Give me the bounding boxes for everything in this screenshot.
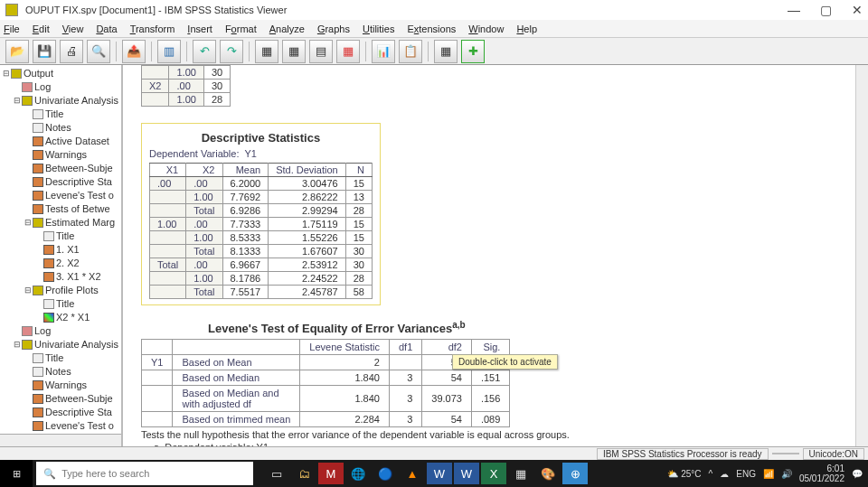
word-icon[interactable]: W xyxy=(427,463,452,484)
expander-icon[interactable]: ⊟ xyxy=(24,216,33,229)
maximize-button[interactable]: ▢ xyxy=(820,3,832,17)
tree-x2[interactable]: 2. X2 xyxy=(56,257,80,270)
menu-data[interactable]: Data xyxy=(96,23,117,34)
taskbar-search[interactable]: 🔍 Type here to search xyxy=(36,462,253,485)
goto-case-icon[interactable]: ▦ xyxy=(282,40,306,63)
open-icon[interactable]: 📂 xyxy=(5,40,29,63)
explorer-icon[interactable]: 🗂 xyxy=(291,463,316,484)
app-icon-2[interactable]: ▲ xyxy=(400,463,425,484)
store-icon[interactable]: ▦ xyxy=(508,463,533,484)
minimize-button[interactable]: — xyxy=(788,3,800,17)
chrome-icon[interactable]: 🌐 xyxy=(345,463,371,484)
tree-dataset[interactable]: Active Dataset xyxy=(45,135,109,148)
menu-graphs[interactable]: Graphs xyxy=(317,23,350,34)
undo-icon[interactable]: ↶ xyxy=(193,40,216,63)
menu-transform[interactable]: Transform xyxy=(130,23,175,34)
menu-analyze[interactable]: Analyze xyxy=(269,23,305,34)
wifi-icon[interactable]: 📶 xyxy=(763,469,774,479)
weather-widget[interactable]: ⛅ 25°C xyxy=(667,469,701,479)
select-cases-icon[interactable]: ▦ xyxy=(336,40,360,63)
expander-icon[interactable]: ⊟ xyxy=(13,338,22,351)
close-button[interactable]: ✕ xyxy=(852,3,863,17)
tree-univariate[interactable]: Univariate Analysis xyxy=(34,94,118,108)
menu-extensions[interactable]: Extensions xyxy=(407,23,456,34)
notes-icon xyxy=(33,367,43,377)
clipboard-icon[interactable]: 📋 xyxy=(399,40,422,63)
toolbar: 📂 💾 🖨 🔍 📤 ▥ ↶ ↷ ▦ ▦ ▤ ▦ 📊 📋 ▦ ✚ xyxy=(0,38,868,65)
save-icon[interactable]: 💾 xyxy=(33,40,56,63)
tree-notes2[interactable]: Notes xyxy=(45,365,71,379)
notifications-icon[interactable]: 💬 xyxy=(852,469,863,479)
content-pane[interactable]: 1.0030 X2.0030 1.0028 Descriptive Statis… xyxy=(123,65,868,446)
menu-help[interactable]: Help xyxy=(516,23,537,34)
menu-file[interactable]: File xyxy=(4,23,20,34)
tree-levene2[interactable]: Levene's Test o xyxy=(45,419,114,433)
expander-icon[interactable]: ⊟ xyxy=(2,67,11,80)
onedrive-icon[interactable]: ☁ xyxy=(720,469,729,479)
task-view-icon[interactable]: ▭ xyxy=(264,463,289,484)
tree-estmarg[interactable]: Estimated Marg xyxy=(45,216,115,229)
between-subjects-table[interactable]: 1.0030 X2.0030 1.0028 xyxy=(141,65,231,107)
tree-pchart[interactable]: X2 * X1 xyxy=(56,311,90,324)
tray-chevron-icon[interactable]: ^ xyxy=(709,469,713,479)
dialog-recall-icon[interactable]: ▥ xyxy=(157,40,181,63)
app-icon-1[interactable]: M xyxy=(318,463,344,484)
redo-icon[interactable]: ↷ xyxy=(220,40,243,63)
menu-edit[interactable]: Edit xyxy=(33,23,50,34)
menu-window[interactable]: Window xyxy=(468,23,504,34)
tree-log[interactable]: Log xyxy=(34,80,51,94)
expander-icon[interactable]: ⊟ xyxy=(24,284,33,297)
folder-icon xyxy=(22,96,33,106)
tree-profile[interactable]: Profile Plots xyxy=(45,284,99,297)
language-indicator[interactable]: ENG xyxy=(736,469,756,479)
tree-warn[interactable]: Warnings xyxy=(45,148,87,162)
tree-univariate2[interactable]: Univariate Analysis xyxy=(34,338,118,351)
preview-icon[interactable]: 🔍 xyxy=(87,40,110,63)
word-icon-2[interactable]: W xyxy=(454,463,479,484)
chart-icon[interactable]: 📊 xyxy=(372,40,395,63)
tree-notes[interactable]: Notes xyxy=(45,121,71,135)
tree-between[interactable]: Between-Subje xyxy=(45,162,113,175)
paint-icon[interactable]: 🎨 xyxy=(535,463,561,484)
target-icon[interactable]: ▦ xyxy=(434,40,458,63)
menu-view[interactable]: View xyxy=(62,23,84,34)
variables-icon[interactable]: ▤ xyxy=(309,40,333,63)
export-icon[interactable]: 📤 xyxy=(122,40,146,63)
tree-tests[interactable]: Tests of Betwe xyxy=(45,202,110,216)
folder-icon xyxy=(33,286,43,295)
tree-log2[interactable]: Log xyxy=(34,324,51,338)
descriptive-stats-box[interactable]: Descriptive Statistics Dependent Variabl… xyxy=(141,123,381,305)
descriptive-table[interactable]: X1 X2 Mean Std. Deviation N .00.006.2000… xyxy=(149,163,373,299)
tree-x1x2[interactable]: 3. X1 * X2 xyxy=(56,270,101,284)
clock[interactable]: 6:0105/01/2022 xyxy=(799,464,844,483)
tree-between2[interactable]: Between-Subje xyxy=(45,392,113,406)
tree-desc[interactable]: Descriptive Sta xyxy=(45,175,112,189)
goto-data-icon[interactable]: ▦ xyxy=(255,40,278,63)
edge-icon[interactable]: 🔵 xyxy=(373,463,398,484)
outline-hscroll[interactable] xyxy=(0,434,121,446)
spss-icon[interactable]: ⊕ xyxy=(562,463,588,484)
tree-title[interactable]: Title xyxy=(45,108,63,121)
tree-x1[interactable]: 1. X1 xyxy=(56,243,80,257)
tree-ptitle[interactable]: Title xyxy=(56,297,74,311)
menu-insert[interactable]: Insert xyxy=(187,23,212,34)
menu-format[interactable]: Format xyxy=(225,23,257,34)
levene-table[interactable]: Levene Statistic df1 df2 Sig. Y1Based on… xyxy=(141,339,510,427)
start-button[interactable]: ⊞ xyxy=(0,460,33,487)
excel-icon[interactable]: X xyxy=(481,463,506,484)
designate-icon[interactable]: ✚ xyxy=(461,40,485,63)
tree-desc2[interactable]: Descriptive Sta xyxy=(45,406,112,419)
tree-title2[interactable]: Title xyxy=(56,229,74,243)
title-icon xyxy=(43,299,54,309)
tree-warn2[interactable]: Warnings xyxy=(45,379,87,392)
tree-levene[interactable]: Levene's Test o xyxy=(45,189,114,202)
outline-pane[interactable]: ⊟Output Log ⊟Univariate Analysis Title N… xyxy=(0,65,123,446)
expander-icon[interactable]: ⊟ xyxy=(13,94,22,108)
tree-title3[interactable]: Title xyxy=(45,351,63,365)
print-icon[interactable]: 🖨 xyxy=(60,40,83,63)
tree-output[interactable]: Output xyxy=(24,67,53,80)
folder-icon xyxy=(33,218,43,228)
windows-taskbar: ⊞ 🔍 Type here to search ▭ 🗂 M 🌐 🔵 ▲ W W … xyxy=(0,460,868,487)
volume-icon[interactable]: 🔊 xyxy=(781,469,792,479)
menu-utilities[interactable]: Utilities xyxy=(363,23,394,34)
